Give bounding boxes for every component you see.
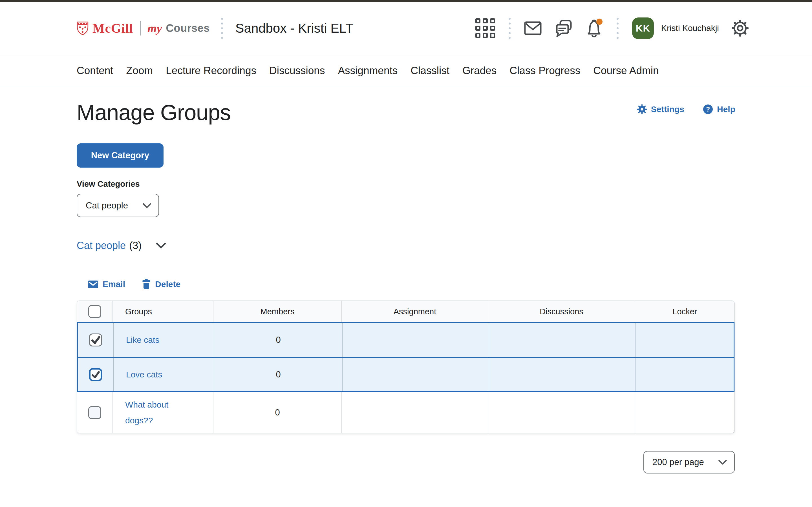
members-count: 0 — [276, 335, 281, 345]
nav-discussions[interactable]: Discussions — [269, 65, 325, 76]
settings-button[interactable]: Settings — [637, 104, 684, 114]
members-count: 0 — [276, 370, 281, 380]
discussions-cell — [489, 358, 636, 391]
course-nav: Content Zoom Lecture Recordings Discussi… — [0, 54, 812, 87]
chevron-down-icon — [143, 203, 151, 208]
settings-label: Settings — [651, 105, 684, 114]
help-button[interactable]: ? Help — [703, 104, 735, 114]
category-count: (3) — [129, 240, 142, 251]
notification-dot — [596, 18, 603, 25]
dotted-divider — [615, 18, 620, 39]
mcgill-shield-icon — [77, 21, 89, 35]
top-strip — [0, 0, 812, 2]
category-select[interactable]: Cat people — [77, 194, 159, 217]
view-categories-label: View Categories — [77, 179, 735, 189]
row-checkbox-checked[interactable] — [89, 334, 102, 346]
nav-zoom[interactable]: Zoom — [126, 65, 153, 76]
groups-table: Groups Members Assignment Discussions Lo… — [77, 300, 735, 433]
locker-cell — [636, 358, 735, 391]
per-page-select[interactable]: 200 per page — [644, 451, 735, 473]
table-row: What about dogs?? 0 — [77, 392, 734, 433]
mcgill-mycourses-logo[interactable]: McGill my Courses — [77, 21, 210, 36]
help-label: Help — [717, 105, 735, 114]
app-header: McGill my Courses Sandbox - Kristi ELT — [0, 2, 812, 54]
row-checkbox-unchecked[interactable] — [88, 406, 101, 419]
nav-classlist[interactable]: Classlist — [410, 65, 449, 76]
mcgill-wordmark: McGill — [93, 21, 133, 36]
bell-icon[interactable] — [585, 18, 603, 38]
email-icon — [88, 281, 98, 288]
gear-icon[interactable] — [731, 19, 749, 37]
dotted-divider — [220, 18, 224, 39]
chat-icon[interactable] — [554, 19, 573, 37]
nav-lecture-recordings[interactable]: Lecture Recordings — [166, 65, 256, 76]
page-title: Manage Groups — [77, 100, 231, 125]
category-collapse-chevron-icon[interactable] — [156, 243, 166, 248]
nav-class-progress[interactable]: Class Progress — [509, 65, 580, 76]
column-members[interactable]: Members — [213, 301, 342, 322]
assignment-cell — [342, 392, 488, 433]
mycourses-my: my — [147, 21, 162, 35]
new-category-button[interactable]: New Category — [77, 144, 163, 168]
category-select-value: Cat people — [86, 201, 128, 211]
mycourses-courses: Courses — [166, 22, 210, 34]
email-label: Email — [103, 279, 125, 289]
locker-cell — [636, 323, 735, 357]
group-link[interactable]: Love cats — [126, 370, 162, 379]
delete-label: Delete — [155, 279, 181, 289]
nav-grades[interactable]: Grades — [462, 65, 497, 76]
trash-icon — [142, 279, 151, 289]
mail-icon[interactable] — [524, 21, 542, 35]
header-actions: KK Kristi Kouchakji — [475, 17, 749, 39]
table-row: Like cats 0 — [77, 322, 734, 357]
category-heading-link[interactable]: Cat people — [77, 240, 126, 251]
delete-button[interactable]: Delete — [142, 279, 181, 289]
help-circle-icon: ? — [703, 104, 713, 114]
logo-separator — [140, 21, 141, 36]
table-row: Love cats 0 — [77, 357, 734, 392]
per-page-value: 200 per page — [652, 457, 704, 467]
discussions-cell — [488, 392, 635, 433]
column-groups[interactable]: Groups — [113, 301, 213, 322]
locker-cell — [635, 392, 735, 433]
select-all-checkbox[interactable] — [88, 305, 101, 318]
row-checkbox-checked-focused[interactable] — [89, 368, 102, 381]
nav-course-admin[interactable]: Course Admin — [593, 65, 659, 76]
group-link[interactable]: Like cats — [126, 335, 159, 345]
dotted-divider — [507, 18, 512, 39]
avatar[interactable]: KK — [632, 17, 654, 39]
svg-text:?: ? — [706, 106, 710, 113]
user-menu[interactable]: KK Kristi Kouchakji — [632, 17, 719, 39]
group-link[interactable]: What about dogs?? — [125, 397, 179, 428]
assignment-cell — [343, 323, 489, 357]
column-discussions[interactable]: Discussions — [488, 301, 635, 322]
chevron-down-icon — [718, 460, 727, 465]
members-count: 0 — [275, 407, 280, 418]
nav-content[interactable]: Content — [77, 65, 113, 76]
waffle-icon[interactable] — [475, 18, 495, 38]
email-button[interactable]: Email — [88, 279, 125, 289]
course-title: Sandbox - Kristi ELT — [236, 20, 353, 36]
main-content: Manage Groups — [0, 87, 812, 473]
user-name: Kristi Kouchakji — [661, 23, 719, 33]
settings-gear-icon — [637, 104, 647, 114]
column-locker[interactable]: Locker — [635, 301, 735, 322]
table-header-row: Groups Members Assignment Discussions Lo… — [77, 301, 734, 322]
assignment-cell — [343, 358, 489, 391]
nav-assignments[interactable]: Assignments — [338, 65, 398, 76]
discussions-cell — [489, 323, 636, 357]
column-assignment[interactable]: Assignment — [342, 301, 488, 322]
